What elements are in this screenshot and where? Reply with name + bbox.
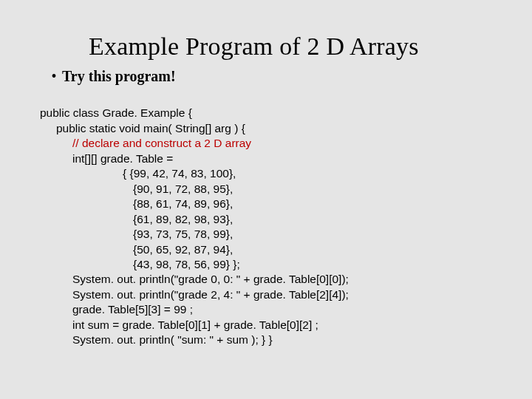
code-line: {90, 91, 72, 88, 95}, (40, 182, 233, 197)
code-line: int[][] grade. Table = (40, 151, 173, 166)
bullet-dot-icon: • (46, 68, 62, 85)
code-line: {43, 98, 78, 56, 99} }; (40, 257, 240, 272)
code-line: {88, 61, 74, 89, 96}, (40, 197, 233, 211)
code-line: {61, 89, 82, 98, 93}, (40, 212, 233, 227)
code-line: System. out. println( "sum: " + sum ); }… (40, 332, 273, 347)
code-block: public class Grade. Example { public sta… (40, 91, 495, 348)
code-comment: // declare and construct a 2 D array (40, 136, 251, 151)
code-line: int sum = grade. Table[0][1] + grade. Ta… (40, 318, 318, 332)
code-line: {93, 73, 75, 78, 99}, (40, 227, 233, 242)
code-line: { {99, 42, 74, 83, 100}, (40, 166, 236, 181)
slide: Example Program of 2 D Arrays • Try this… (0, 0, 532, 399)
code-line: public class Grade. Example { (40, 106, 192, 119)
code-line: {50, 65, 92, 87, 94}, (40, 242, 233, 257)
code-line: grade. Table[5][3] = 99 ; (40, 302, 193, 317)
code-line: System. out. println("grade 0, 0: " + gr… (40, 272, 349, 287)
code-line: System. out. println("grade 2, 4: " + gr… (40, 287, 349, 302)
slide-title: Example Program of 2 D Arrays (37, 33, 495, 61)
bullet-item: • Try this program! (46, 68, 495, 85)
bullet-text: Try this program! (62, 68, 176, 85)
code-line: public static void main( String[] arg ) … (40, 121, 245, 136)
